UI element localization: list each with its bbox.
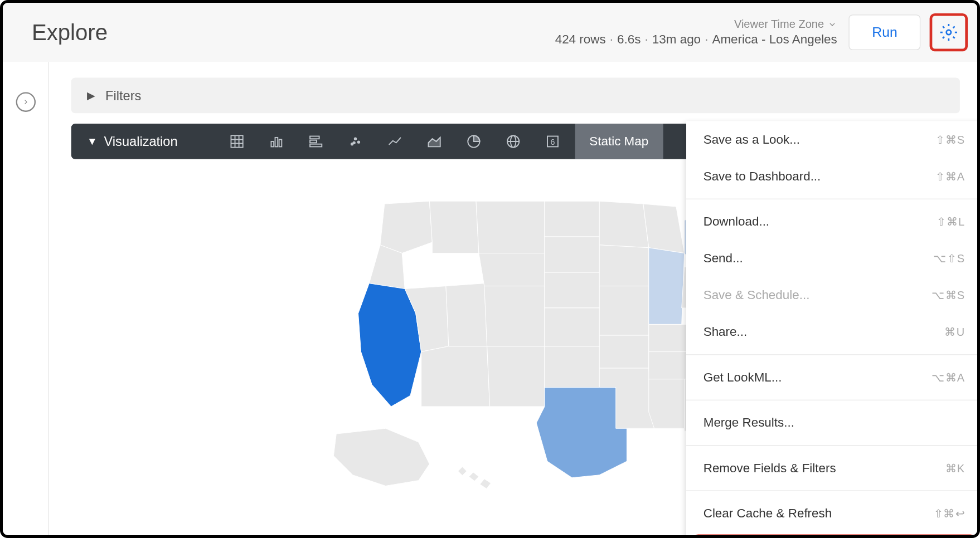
- status-block: Viewer Time Zone 424 rows·6.6s·13m ago·A…: [555, 18, 837, 47]
- viz-bar-icon[interactable]: [296, 124, 336, 159]
- menu-item-get-lookml[interactable]: Get LookML...⌥⌘A: [686, 359, 980, 396]
- menu-highlight: Rebuild Derived Tables & Run: [693, 535, 976, 538]
- state-co: [484, 286, 544, 346]
- timezone-selector[interactable]: Viewer Time Zone: [734, 18, 837, 31]
- svg-text:6: 6: [550, 138, 555, 146]
- state-ks: [544, 308, 599, 346]
- menu-item-remove-fields-filters[interactable]: Remove Fields & Filters⌘K: [686, 449, 980, 486]
- state-wi: [643, 204, 684, 253]
- caret-down-icon[interactable]: ▼: [87, 135, 98, 147]
- state-wy: [478, 253, 544, 286]
- state-ak: [333, 428, 429, 486]
- menu-item-label: Download...: [704, 214, 769, 229]
- menu-item-shortcut: ⇧⌘S: [935, 133, 966, 146]
- row-count: 424 rows: [555, 32, 606, 46]
- menu-item-shortcut: ⌥⇧S: [933, 252, 965, 266]
- menu-item-shortcut: ⇧⌘L: [937, 215, 965, 229]
- chevron-down-icon: [828, 20, 837, 30]
- svg-point-13: [354, 138, 356, 140]
- menu-item-label: Clear Cache & Refresh: [704, 506, 832, 521]
- menu-separator: [686, 491, 980, 491]
- menu-item-save-as-a-look[interactable]: Save as a Look...⇧⌘S: [686, 121, 980, 158]
- query-age: 13m ago: [652, 32, 701, 46]
- menu-item-send[interactable]: Send...⌥⇧S: [686, 240, 980, 277]
- menu-item-save-schedule: Save & Schedule...⌥⌘S: [686, 277, 980, 314]
- menu-item-save-to-dashboard[interactable]: Save to Dashboard...⇧⌘A: [686, 158, 980, 194]
- state-il: [648, 248, 684, 325]
- menu-item-shortcut: ⌥⌘A: [932, 370, 966, 384]
- visualization-label: Visualization: [104, 134, 178, 149]
- svg-rect-11: [310, 144, 322, 147]
- viz-icon-row: 6: [217, 124, 572, 159]
- state-ne: [544, 272, 599, 308]
- menu-item-label: Share...: [704, 325, 748, 339]
- viz-table-icon[interactable]: [217, 124, 256, 159]
- menu-item-shortcut: ⌘K: [945, 461, 966, 475]
- state-nm: [487, 346, 544, 407]
- menu-separator: [686, 199, 980, 199]
- run-button[interactable]: Run: [849, 14, 920, 50]
- svg-rect-9: [310, 136, 319, 139]
- viz-active-tab[interactable]: Static Map: [575, 124, 663, 159]
- menu-separator: [686, 445, 980, 446]
- state-ia: [599, 245, 649, 286]
- svg-rect-6: [271, 141, 274, 146]
- state-wa: [380, 201, 431, 253]
- menu-item-label: Merge Results...: [704, 415, 794, 430]
- filters-bar[interactable]: ▶ Filters: [71, 78, 960, 114]
- query-duration: 6.6s: [617, 32, 641, 46]
- menu-item-label: Remove Fields & Filters: [704, 461, 836, 475]
- menu-item-label: Send...: [704, 251, 743, 266]
- state-mo: [599, 286, 649, 336]
- state-nd: [544, 201, 599, 237]
- menu-item-share[interactable]: Share...⌘U: [686, 314, 980, 350]
- svg-point-0: [947, 30, 951, 35]
- state-hi: [458, 467, 491, 488]
- svg-rect-10: [310, 140, 317, 143]
- state-mn: [599, 201, 649, 248]
- state-ok: [544, 346, 599, 388]
- viz-scatter-icon[interactable]: [336, 124, 375, 159]
- menu-item-merge-results[interactable]: Merge Results...: [686, 404, 980, 441]
- filters-label: Filters: [105, 88, 141, 103]
- state-az: [421, 346, 489, 407]
- page-title: Explore: [32, 19, 108, 45]
- menu-item-download[interactable]: Download...⇧⌘L: [686, 203, 980, 240]
- state-sd: [544, 237, 599, 272]
- gear-button[interactable]: [935, 18, 963, 46]
- menu-separator: [686, 400, 980, 400]
- gear-highlight: [930, 13, 968, 51]
- state-ar: [599, 335, 649, 368]
- menu-item-clear-cache-refresh[interactable]: Clear Cache & Refresh⇧⌘↩: [686, 495, 980, 532]
- expand-panel-button[interactable]: [16, 92, 35, 111]
- viz-pie-icon[interactable]: [454, 124, 493, 159]
- menu-item-label: Get LookML...: [704, 370, 782, 385]
- viz-map-icon[interactable]: [493, 124, 533, 159]
- menu-item-shortcut: ⌥⌘S: [932, 288, 966, 302]
- left-gutter: [3, 62, 49, 538]
- viz-single-value-icon[interactable]: 6: [533, 124, 573, 159]
- viz-column-icon[interactable]: [256, 124, 296, 159]
- query-stats: 424 rows·6.6s·13m ago·America - Los Ange…: [555, 32, 837, 47]
- viz-line-icon[interactable]: [375, 124, 415, 159]
- state-id: [429, 201, 479, 253]
- state-ut: [445, 283, 487, 346]
- svg-rect-1: [231, 135, 242, 147]
- menu-item-shortcut: ⇧⌘A: [935, 169, 966, 183]
- svg-rect-7: [275, 138, 278, 147]
- top-bar: Explore Viewer Time Zone 424 rows·6.6s·1…: [3, 3, 980, 62]
- svg-point-14: [357, 141, 360, 143]
- menu-item-label: Save & Schedule...: [704, 288, 810, 302]
- timezone-label: Viewer Time Zone: [734, 18, 824, 31]
- menu-item-shortcut: ⌘U: [944, 325, 965, 339]
- state-tx: [536, 387, 627, 477]
- state-ms: [648, 379, 684, 429]
- menu-item-label: Save as a Look...: [704, 132, 800, 146]
- viz-area-icon[interactable]: [414, 124, 454, 159]
- menu-item-shortcut: ⇧⌘↩: [934, 506, 966, 520]
- chevron-right-icon: [22, 98, 30, 106]
- state-mt: [476, 201, 544, 253]
- menu-item-label: Save to Dashboard...: [704, 169, 821, 184]
- timezone-value: America - Los Angeles: [712, 32, 837, 46]
- menu-separator: [686, 354, 980, 355]
